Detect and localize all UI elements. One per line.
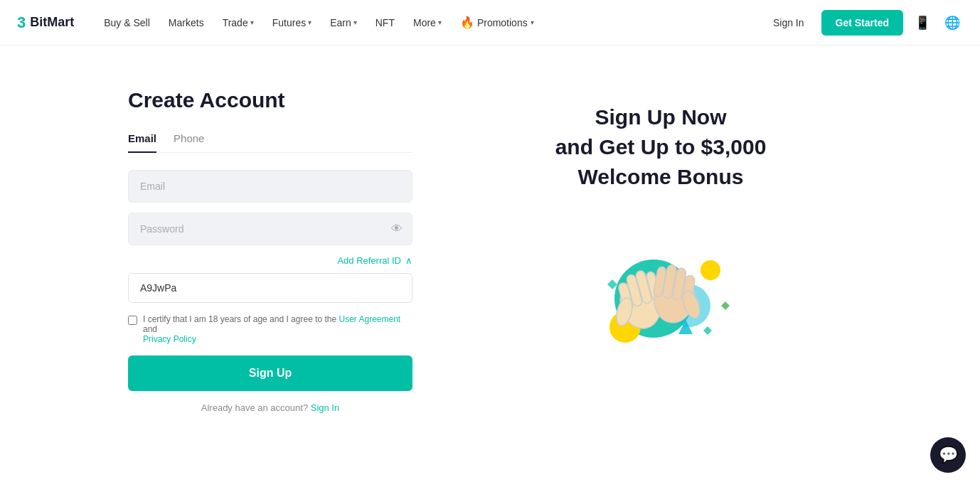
form-section: Create Account Email Phone 👁 Add Referra… [128,88,412,413]
tabs: Email Phone [128,132,412,153]
nav-actions: Sign In Get Started 📱 🌐 [765,10,963,36]
clapping-hands-svg [568,213,753,355]
referral-toggle[interactable]: Add Referral ID ∧ [128,255,412,266]
earn-chevron-icon: ▾ [353,18,357,26]
promo-text: Sign Up Now and Get Up to $3,000 Welcome… [555,102,767,192]
chat-icon: 💬 [939,446,958,464]
logo-text: BitMart [30,15,74,30]
svg-marker-5 [607,279,617,289]
nav-earn[interactable]: Earn ▾ [323,13,364,33]
email-field-group [128,170,412,203]
referral-field-group [128,273,412,303]
futures-chevron-icon: ▾ [308,18,311,26]
user-agreement-link[interactable]: User Agreement [339,314,401,324]
globe-icon[interactable]: 🌐 [942,12,963,33]
fire-icon: 🔥 [460,16,474,29]
promo-illustration [568,213,753,355]
nav-futures[interactable]: Futures ▾ [265,13,319,33]
referral-chevron-icon: ∧ [405,255,412,266]
svg-marker-6 [721,301,730,310]
svg-marker-7 [703,326,712,335]
main-content: Create Account Email Phone 👁 Add Referra… [0,46,980,487]
nav-links: Buy & Sell Markets Trade ▾ Futures ▾ Ear… [97,11,765,33]
terms-checkbox-row: I certify that I am 18 years of age and … [128,314,412,344]
tab-phone[interactable]: Phone [174,132,204,153]
nav-buy-sell[interactable]: Buy & Sell [97,13,157,33]
password-toggle-icon[interactable]: 👁 [391,223,403,235]
terms-checkbox[interactable] [128,316,137,325]
page-title: Create Account [128,88,412,112]
email-input[interactable] [128,170,412,203]
trade-chevron-icon: ▾ [250,18,254,26]
privacy-policy-link[interactable]: Privacy Policy [143,334,196,344]
tab-email[interactable]: Email [128,132,156,153]
sign-up-button[interactable]: Sign Up [128,355,412,391]
password-input[interactable] [128,213,412,245]
logo[interactable]: 3 BitMart [17,14,74,32]
svg-point-3 [701,260,720,280]
sign-in-button[interactable]: Sign In [765,13,813,33]
logo-icon: 3 [17,14,26,32]
promo-section: Sign Up Now and Get Up to $3,000 Welcome… [469,88,852,355]
promotions-chevron-icon: ▾ [531,18,534,26]
nav-promotions[interactable]: 🔥 Promotions ▾ [453,11,541,33]
nav-nft[interactable]: NFT [368,13,402,33]
navbar: 3 BitMart Buy & Sell Markets Trade ▾ Fut… [0,0,980,46]
nav-more[interactable]: More ▾ [406,13,449,33]
already-account-text: Already have an account? Sign In [128,402,412,413]
nav-markets[interactable]: Markets [161,13,211,33]
password-field-group: 👁 [128,213,412,245]
get-started-button[interactable]: Get Started [821,10,903,36]
nav-trade[interactable]: Trade ▾ [215,13,261,33]
phone-icon[interactable]: 📱 [912,12,933,33]
terms-text: I certify that I am 18 years of age and … [143,314,412,344]
chat-bubble-button[interactable]: 💬 [930,437,966,473]
sign-in-link[interactable]: Sign In [311,402,339,413]
referral-toggle-label: Add Referral ID [337,255,401,266]
referral-input[interactable] [128,273,412,303]
more-chevron-icon: ▾ [438,18,442,26]
